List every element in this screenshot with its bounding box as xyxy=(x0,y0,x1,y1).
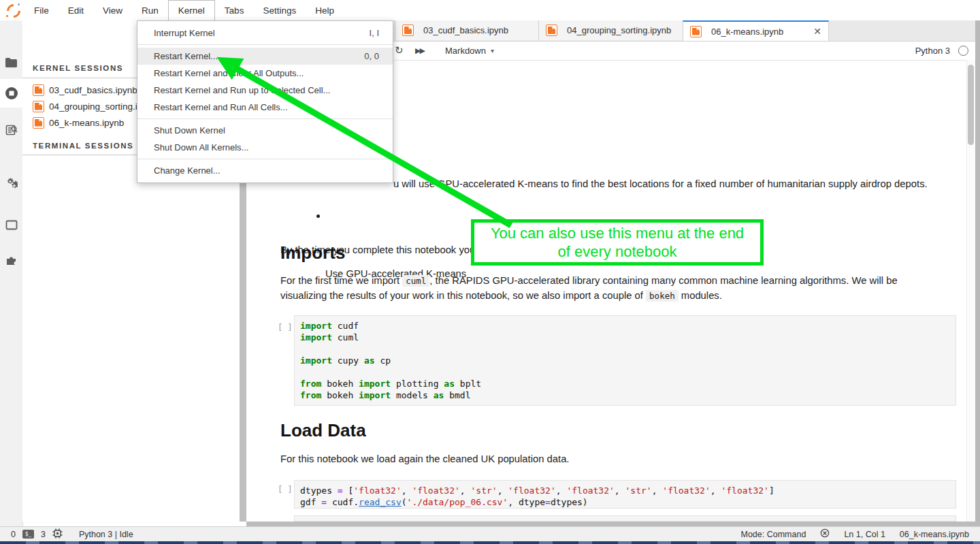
vertical-scrollbar-thumb[interactable] xyxy=(968,65,974,145)
kernel-status-label[interactable]: Python 3 | Idle xyxy=(79,530,133,539)
kernel-chip-icon[interactable] xyxy=(52,528,63,541)
open-tabs-icon[interactable] xyxy=(0,210,22,239)
running-sessions-icon[interactable] xyxy=(0,79,22,108)
terminal-sessions-title: TERMINAL SESSIONS xyxy=(33,142,133,150)
kernel-indicator[interactable]: Python 3 xyxy=(915,41,968,60)
tab-06-k-means-ipynb[interactable]: 06_k-means.ipynb✕ xyxy=(683,20,829,41)
notebook-file-icon xyxy=(33,117,44,129)
menu-item-restart-kernel[interactable]: Restart Kernel...0, 0 xyxy=(137,48,393,65)
menu-items: FileEditViewRunKernelTabsSettingsHelp xyxy=(24,0,344,20)
token-str: './data/pop_06.csv' xyxy=(407,497,508,507)
menu-item-label: Shut Down All Kernels... xyxy=(154,142,379,153)
file-browser-icon[interactable] xyxy=(0,48,22,77)
menu-edit[interactable]: Edit xyxy=(59,0,93,20)
token-kw: as xyxy=(364,355,375,366)
menu-item-restart-kernel-and-run-up-to-selected-cell[interactable]: Restart Kernel and Run up to Selected Ce… xyxy=(137,82,393,99)
extensions-icon[interactable] xyxy=(0,246,22,274)
code-line: gdf = cudf.read_csv('./data/pop_06.csv',… xyxy=(300,496,950,508)
kernel-name-label: Python 3 xyxy=(915,46,950,56)
menu-settings[interactable]: Settings xyxy=(253,0,306,20)
token-op: = xyxy=(338,485,343,496)
load-data-heading: Load Data xyxy=(280,420,366,441)
token-kw: as xyxy=(444,379,455,389)
menu-item-restart-kernel-and-run-all-cells[interactable]: Restart Kernel and Run All Cells... xyxy=(137,99,393,116)
token-kw: from xyxy=(300,379,321,389)
tab-03-cudf-basics-ipynb[interactable]: 03_cudf_basics.ipynb xyxy=(395,20,552,40)
horizontal-scrollbar-track[interactable] xyxy=(246,522,980,526)
cursor-position[interactable]: Ln 1, Col 1 xyxy=(844,530,885,539)
menu-tabs[interactable]: Tabs xyxy=(215,0,254,20)
terminals-count[interactable]: 0 xyxy=(11,530,16,539)
menu-view[interactable]: View xyxy=(93,0,132,20)
code-cell-partial[interactable] xyxy=(294,515,956,522)
restart-kernel-icon[interactable]: ↻ xyxy=(395,41,404,60)
token: , xyxy=(556,485,567,496)
code-line: import cuml xyxy=(300,332,950,343)
terminal-icon[interactable]: $_ xyxy=(22,530,34,539)
tab-label: 06_k-means.ipynb xyxy=(711,27,783,37)
token: plotting xyxy=(391,379,444,389)
token-kw: import xyxy=(300,332,332,342)
menu-item-shortcut: I, I xyxy=(370,28,379,38)
paragraph-text: For the first time we import xyxy=(280,275,402,286)
token: , xyxy=(460,485,471,496)
token-str: 'float32' xyxy=(353,485,401,496)
imports-heading: Imports xyxy=(280,242,345,263)
token: bokeh xyxy=(321,390,359,400)
mode-indicator: Mode: Command xyxy=(741,530,806,539)
token: ] xyxy=(769,485,774,496)
token: cuml xyxy=(332,332,359,342)
token: , xyxy=(652,485,663,496)
code-line: from bokeh import models as bmdl xyxy=(300,389,950,401)
trust-indicator-icon[interactable] xyxy=(820,528,830,540)
kernel-status-icon xyxy=(958,46,968,56)
token: , xyxy=(402,485,412,496)
code-cell-load-data[interactable]: dtypes = ['float32', 'float32', 'str', '… xyxy=(294,480,956,509)
menu-help[interactable]: Help xyxy=(306,0,344,20)
menu-item-change-kernel[interactable]: Change Kernel... xyxy=(137,162,393,179)
token: , xyxy=(615,485,625,496)
menu-item-interrupt-kernel[interactable]: Interrupt KernelI, I xyxy=(137,25,393,42)
menu-item-label: Restart Kernel and Run up to Selected Ce… xyxy=(154,85,379,95)
token-str: 'float32' xyxy=(662,485,710,496)
token-kw: as xyxy=(434,390,444,400)
menu-run[interactable]: Run xyxy=(132,0,168,20)
run-all-icon[interactable]: ▶▶ xyxy=(415,41,424,60)
code-line: import cudf xyxy=(300,320,950,332)
token: cudf. xyxy=(327,497,359,507)
token-kw: import xyxy=(359,390,391,400)
kernel-sessions-title: KERNEL SESSIONS xyxy=(33,64,123,72)
menu-separator xyxy=(137,44,393,45)
token-str: 'float32' xyxy=(412,485,459,496)
code-line xyxy=(300,366,950,378)
cell-type-dropdown[interactable]: Markdown ▾ xyxy=(445,41,494,60)
notebook-file-icon xyxy=(33,84,44,96)
token-kw: import xyxy=(300,321,332,331)
status-filename: 06_k-means.ipynb xyxy=(900,530,969,539)
token-kw: import xyxy=(300,355,332,366)
window-right-edge xyxy=(975,20,980,522)
command-palette-icon[interactable] xyxy=(0,116,22,144)
notebook-file-icon xyxy=(546,25,557,36)
menu-item-label: Restart Kernel and Run All Cells... xyxy=(154,102,379,112)
code-cell-imports[interactable]: import cudfimport cuml import cupy as cp… xyxy=(294,315,956,406)
menu-file[interactable]: File xyxy=(24,0,59,20)
status-left: 0 $_ 3 Python 3 | Idle xyxy=(11,528,133,541)
paragraph-text: visualizing the results of your work in … xyxy=(280,290,646,301)
close-icon[interactable]: ✕ xyxy=(813,27,821,36)
kernels-count[interactable]: 3 xyxy=(41,530,46,539)
left-activity-bar xyxy=(0,20,23,526)
code-line: from bokeh import plotting as bplt xyxy=(300,378,950,389)
property-inspector-icon[interactable] xyxy=(0,169,22,197)
paragraph-text: , the RAPIDS GPU-accelerated library con… xyxy=(429,275,897,286)
menu-kernel[interactable]: Kernel xyxy=(168,0,215,20)
token-fn: read_csv xyxy=(359,497,402,507)
token: cp xyxy=(375,355,391,366)
menu-item-restart-kernel-and-clear-all-outputs[interactable]: Restart Kernel and Clear All Outputs... xyxy=(137,65,393,82)
token: , xyxy=(497,485,508,496)
tab-label: 03_cudf_basics.ipynb xyxy=(423,25,508,35)
tab-04-grouping-sorting-ipynb[interactable]: 04_grouping_sorting.ipynb xyxy=(538,20,696,40)
menu-item-shut-down-all-kernels[interactable]: Shut Down All Kernels... xyxy=(137,139,393,156)
menu-item-label: Interrupt Kernel xyxy=(154,28,370,38)
menu-item-shut-down-kernel[interactable]: Shut Down Kernel xyxy=(137,122,393,139)
